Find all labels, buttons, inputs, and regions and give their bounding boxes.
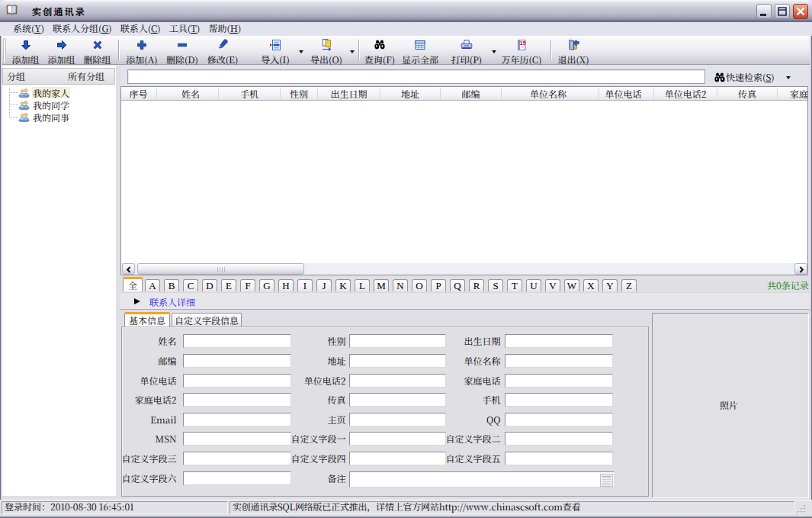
svg-text:15: 15 (519, 40, 525, 47)
